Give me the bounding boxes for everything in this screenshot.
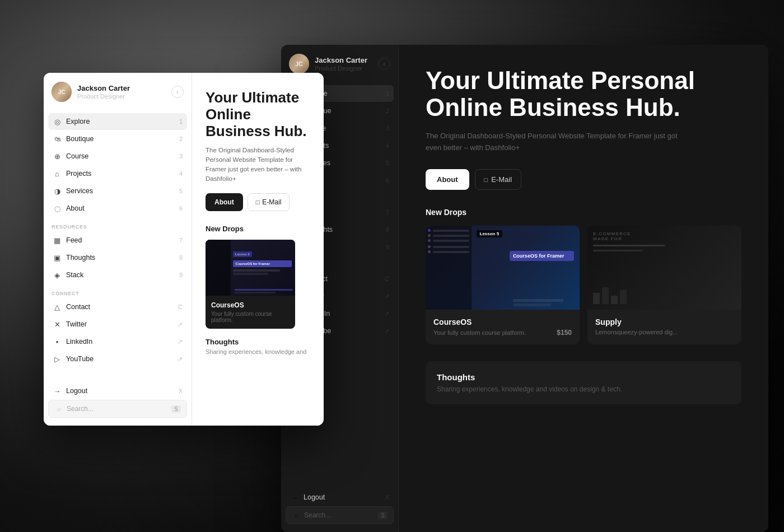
dark-nav-logout[interactable]: Logout X (286, 489, 394, 506)
light-nav-linkedin-label: LinkedIn (66, 338, 173, 346)
dark-supply-card-title: Supply (595, 318, 734, 326)
light-nav-course-label: Course (66, 152, 175, 160)
light-nav-twitter[interactable]: Twitter ↗ (48, 316, 187, 333)
dark-main-content: Your Ultimate Personal Online Business H… (399, 45, 768, 532)
light-connect-label: CONNECT (48, 284, 187, 298)
dark-course-card[interactable]: Lesson 5 CourseOS for Framer CourseOS Yo… (426, 226, 580, 344)
light-nav-thoughts[interactable]: Thoughts 8 (48, 249, 187, 266)
dark-nav-about-badge: 6 (386, 177, 389, 184)
light-nav-explore-badge: 1 (179, 118, 183, 125)
light-nav-contact-label: Contact (66, 303, 174, 311)
dark-thoughts-subtitle: Sharing experiences, knowledge and video… (437, 385, 730, 393)
light-nav-logout[interactable]: Logout X (48, 382, 187, 399)
dark-thoughts-title: Thoughts (437, 372, 730, 382)
light-about-button[interactable]: About (206, 193, 243, 211)
light-search-bar[interactable]: ⌕ Search... S (48, 400, 187, 418)
light-nav-services-label: Services (66, 187, 175, 195)
dark-new-drops-label: New Drops (426, 208, 741, 217)
dark-email-button[interactable]: E-Mail (475, 169, 522, 190)
light-resources-label: RESOURCES (48, 217, 187, 232)
light-nav-projects-label: Projects (66, 170, 175, 178)
light-user-role: Product Designer (77, 93, 166, 100)
light-nav-youtube[interactable]: YouTube ↗ (48, 351, 187, 367)
dark-course-card-image: Lesson 5 CourseOS for Framer (426, 226, 580, 310)
light-projects-icon (53, 169, 62, 178)
light-sidebar-header: JC Jackson Carter Product Designer ‹ (44, 73, 192, 111)
light-card-grid: Lesson 5 CourseOS for Framer CourseOS (206, 240, 310, 329)
dark-nav-logout-badge: X (385, 494, 389, 501)
light-user-name: Jackson Carter (77, 84, 166, 94)
dark-main-subtitle: The Original Dashboard-Styled Personal W… (426, 130, 694, 154)
light-thoughts-icon (53, 253, 62, 262)
dark-main-heading: Your Ultimate Personal Online Business H… (426, 67, 706, 122)
dark-nav-twitter-badge: ↗ (384, 293, 389, 300)
light-youtube-icon (53, 354, 62, 363)
light-course-card-body: CourseOS Your fully custom course platfo… (206, 296, 295, 329)
dark-search-bar[interactable]: Search... S (286, 506, 394, 524)
light-nav-about-label: About (66, 204, 175, 212)
dark-search-placeholder: Search... (304, 511, 375, 519)
dark-supply-card[interactable]: E-CommerceMade for Supply Lemonsqueezy- (587, 226, 741, 344)
dark-collapse-button[interactable]: ‹ (378, 58, 390, 70)
light-twitter-icon (53, 320, 62, 329)
dark-user-role: Product Designer (315, 65, 372, 72)
light-logout-icon (53, 386, 62, 395)
dark-supply-card-sub: Lemonsqueezy-powered dig... (595, 329, 734, 335)
light-panel: JC Jackson Carter Product Designer ‹ Exp… (44, 73, 324, 426)
light-nav-course[interactable]: Course 3 (48, 148, 187, 165)
light-nav-boutique-label: Boutique (66, 135, 175, 143)
light-course-card-sub: Your fully custom course platform. (211, 311, 290, 323)
dark-main-panel: JC Jackson Carter Product Designer ‹ Exp… (281, 45, 768, 532)
light-course-icon (53, 152, 62, 161)
light-nav-stack[interactable]: Stack 9 (48, 267, 187, 283)
light-email-button[interactable]: E-Mail (248, 193, 290, 211)
dark-nav-logout-label: Logout (304, 493, 381, 501)
light-nav-boutique-badge: 2 (179, 136, 183, 142)
light-nav-services[interactable]: Services 5 (48, 183, 187, 199)
dark-course-card-price: $150 (557, 329, 572, 337)
light-boutique-icon: 🛍 (53, 134, 62, 143)
light-main-heading: Your Ultimate Online Business Hub. (206, 90, 310, 140)
dark-nav-thoughts-badge: 8 (386, 226, 389, 233)
dark-search-shortcut: S (378, 512, 388, 519)
light-nav-linkedin[interactable]: LinkedIn ↗ (48, 333, 187, 350)
dark-course-card-title: CourseOS (433, 318, 572, 326)
light-explore-icon (53, 117, 62, 126)
light-main-content: Your Ultimate Online Business Hub. The O… (192, 73, 324, 426)
logout-icon (290, 493, 299, 502)
light-nav-youtube-label: YouTube (66, 355, 173, 363)
dark-about-button[interactable]: About (426, 169, 469, 190)
dark-course-card-body: CourseOS Your fully custom course platfo… (426, 310, 580, 344)
light-nav-twitter-badge: ↗ (178, 321, 183, 328)
light-nav-about[interactable]: About 6 (48, 200, 187, 217)
light-collapse-button[interactable]: ‹ (171, 86, 184, 98)
light-nav-boutique[interactable]: 🛍 Boutique 2 (48, 130, 187, 147)
light-nav-feed[interactable]: Feed 7 (48, 232, 187, 249)
dark-nav-stack-badge: 9 (386, 244, 389, 250)
light-nav-projects[interactable]: Projects 4 (48, 165, 187, 182)
light-about-icon (53, 204, 62, 213)
dark-nav-linkedin-badge: ↗ (384, 310, 389, 318)
light-nav-explore-label: Explore (66, 118, 175, 125)
light-nav-services-badge: 5 (179, 188, 183, 194)
light-nav-contact-badge: C (178, 304, 183, 310)
light-nav-contact[interactable]: Contact C (48, 298, 187, 315)
dark-nav-contact-badge: C (385, 276, 389, 282)
light-nav-stack-label: Stack (66, 271, 175, 279)
light-thoughts-title: Thoughts (206, 338, 310, 346)
light-search-shortcut: S (171, 405, 181, 413)
light-search-placeholder: Search... (67, 405, 168, 413)
light-email-icon (256, 199, 260, 206)
dark-supply-card-body: Supply Lemonsqueezy-powered dig... (587, 310, 741, 343)
light-thoughts-subtitle: Sharing experiences, knowledge and (206, 348, 310, 355)
light-nav-explore[interactable]: Explore 1 (48, 113, 187, 130)
dark-user-info: Jackson Carter Product Designer (315, 56, 372, 72)
light-nav-course-badge: 3 (179, 153, 183, 160)
light-linkedin-icon (53, 337, 62, 346)
light-main-subtitle: The Original Dashboard-Styled Personal W… (206, 146, 310, 184)
light-nav-logout-label: Logout (66, 387, 174, 395)
light-course-card[interactable]: Lesson 5 CourseOS for Framer CourseOS (206, 240, 295, 329)
light-sidebar-bottom: Logout X ⌕ Search... S (44, 378, 192, 426)
light-course-card-image: Lesson 5 CourseOS for Framer (206, 240, 295, 296)
light-btn-group: About E-Mail (206, 193, 310, 211)
